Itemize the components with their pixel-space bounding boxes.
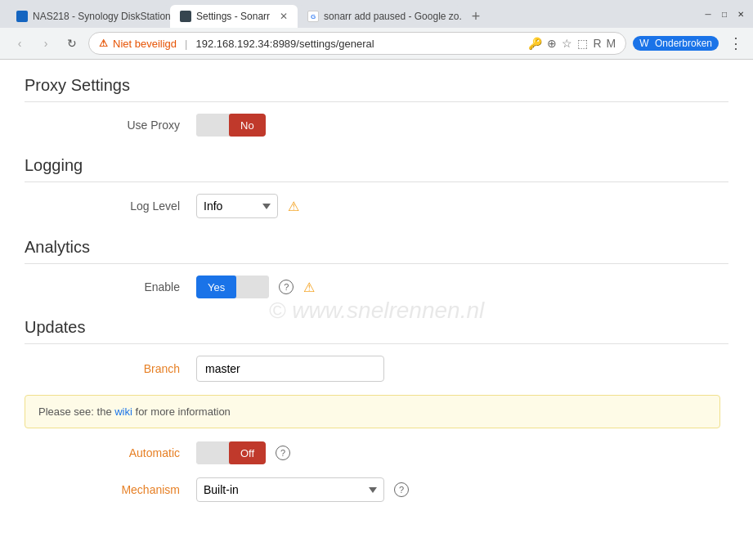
tab-sonarr[interactable]: Settings - Sonarr ✕ [170,5,298,28]
maximize-button[interactable]: □ [719,8,730,20]
toggle-no-option[interactable]: No [229,114,266,137]
back-button[interactable]: ‹ [10,34,29,53]
log-level-warning-icon: ⚠ [288,199,299,214]
forward-button[interactable]: › [36,34,56,53]
sonarr-favicon [180,11,191,22]
nas-favicon [16,11,28,22]
address-separator: | [185,38,187,50]
profile-initial: W [639,38,648,49]
tab-google-label: sonarr add paused - Google zo... [324,11,461,22]
profile-button[interactable]: W Onderbroken [633,36,719,51]
extension-icon: ⬚ [577,37,588,50]
toggle-yes-option[interactable] [196,114,229,137]
wiki-link[interactable]: wiki [114,405,132,418]
automatic-toggle[interactable]: Off [196,441,266,464]
automatic-help-icon[interactable]: ? [276,446,290,460]
log-level-label: Log Level [74,199,180,213]
browser-menu-button[interactable]: ⋮ [728,34,743,52]
analytics-warning-icon: ⚠ [303,280,315,295]
enable-label: Enable [74,280,180,293]
tab-nas-label: NAS218 - Synology DiskStation [33,11,170,22]
tab-nas[interactable]: NAS218 - Synology DiskStation ✕ [7,5,170,28]
address-action-icons: 🔑 ⊕ ☆ ⬚ R M [528,37,616,50]
logging-section: Logging Log Level Trace Debug Info Warn … [25,156,728,218]
mechanism-help-icon[interactable]: ? [394,482,409,497]
automatic-row: Automatic Off ? [25,441,728,464]
analytics-title: Analytics [25,238,728,264]
close-button[interactable]: ✕ [735,8,746,20]
updates-title: Updates [25,318,728,344]
use-proxy-toggle[interactable]: No [196,114,266,137]
address-bar: ‹ › ↻ ⚠ Niet beveiligd | 192.168.192.34:… [0,28,753,59]
address-url: 192.168.192.34:8989/settings/general [195,38,374,50]
new-tab-button[interactable]: + [464,5,487,28]
automatic-toggle-on[interactable] [196,441,229,464]
proxy-settings-title: Proxy Settings [25,76,728,102]
window-controls: ─ □ ✕ [702,8,746,20]
automatic-toggle-off[interactable]: Off [229,441,266,464]
logging-title: Logging [25,156,728,182]
reload-button[interactable]: ↻ [62,34,82,53]
address-field[interactable]: ⚠ Niet beveiligd | 192.168.192.34:8989/s… [88,32,626,55]
analytics-toggle-no[interactable] [236,276,269,298]
mechanism-label: Mechanism [74,483,180,496]
google-favicon: G [307,11,319,22]
info-text-after: for more information [136,405,231,418]
gmail-icon: M [607,37,616,50]
log-level-select[interactable]: Trace Debug Info Warn Error [196,194,278,218]
extra-icon: R [593,37,601,50]
tab-google[interactable]: G sonarr add paused - Google zo... ✕ [298,5,461,28]
branch-input[interactable] [196,356,384,382]
proxy-settings-section: Proxy Settings Use Proxy No [25,76,728,137]
automatic-label: Automatic [74,446,180,459]
branch-row: Branch [25,356,728,382]
log-level-row: Log Level Trace Debug Info Warn Error ⚠ [25,194,728,218]
analytics-section: Analytics Enable Yes ? ⚠ [25,238,728,298]
key-icon: 🔑 [528,37,542,50]
updates-section: Updates Branch Please see: the wiki for … [25,318,728,502]
mechanism-row: Mechanism Built-in Script Docker apt ? [25,477,728,502]
enable-analytics-row: Enable Yes ? ⚠ [25,276,728,298]
minimize-button[interactable]: ─ [702,8,714,20]
tab-list: NAS218 - Synology DiskStation ✕ Settings… [7,0,487,28]
page-content: © www.snelrennen.nl Proxy Settings Use P… [0,60,753,560]
profile-label: Onderbroken [655,38,712,49]
tab-sonarr-label: Settings - Sonarr [196,11,270,22]
mechanism-select[interactable]: Built-in Script Docker apt [196,477,384,502]
info-box: Please see: the wiki for more informatio… [25,395,720,428]
title-bar: NAS218 - Synology DiskStation ✕ Settings… [0,0,753,28]
security-warning-icon: ⚠ [99,38,108,49]
branch-label: Branch [74,362,180,375]
analytics-help-icon[interactable]: ? [279,280,294,294]
not-secure-label: Niet beveiligd [113,38,177,50]
info-text-before: Please see: the [38,405,114,418]
use-proxy-row: Use Proxy No [25,114,728,137]
translate-icon: ⊕ [547,37,557,50]
analytics-toggle[interactable]: Yes [196,276,269,298]
analytics-toggle-yes[interactable]: Yes [196,276,236,298]
bookmark-icon: ☆ [562,37,572,50]
tab-sonarr-close[interactable]: ✕ [275,11,288,22]
use-proxy-label: Use Proxy [74,119,180,132]
